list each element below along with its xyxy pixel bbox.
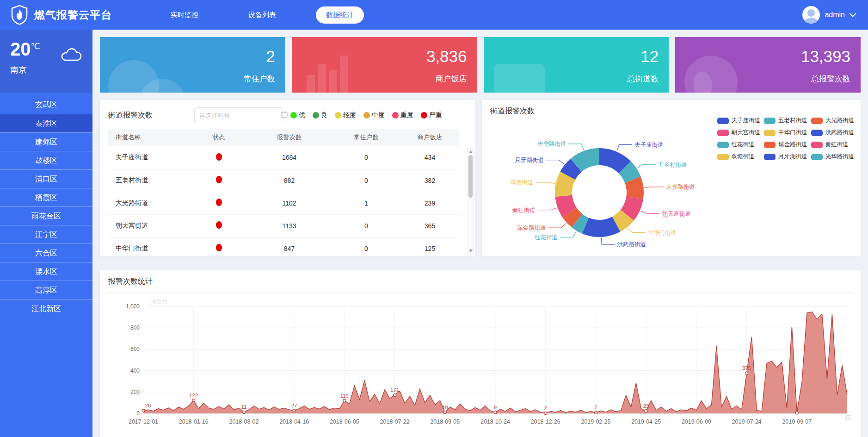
date-input[interactable] [199, 112, 281, 119]
status-legend-item-良: 良 [313, 111, 327, 119]
x-tick-label: 2018-12-26 [531, 418, 560, 425]
donut-legend-item-五老村街道[interactable]: 五老村街道 [764, 117, 807, 125]
status-dot-icon [363, 112, 370, 119]
sidebar-item-雨花台区[interactable]: 雨花台区 [0, 206, 92, 225]
status-dot-icon [392, 112, 399, 119]
legend-swatch-icon [811, 142, 823, 148]
user-menu[interactable]: admin [802, 6, 856, 24]
legend-swatch-icon [811, 154, 823, 160]
data-point-label: 5 [795, 405, 798, 411]
sidebar-item-浦口区[interactable]: 浦口区 [0, 169, 92, 188]
table-header-cell: 报警次数 [247, 129, 332, 146]
donut-legend-item-瑞金路街道[interactable]: 瑞金路街道 [764, 141, 807, 149]
x-tick-label: 2018-03-02 [229, 418, 259, 425]
card-value: 3,836 [426, 47, 467, 66]
table-row[interactable]: 大光路街道11021239 [108, 192, 459, 214]
weather-widget: 20℃ 南京 [0, 30, 92, 93]
donut-legend-item-秦虹街道[interactable]: 秦虹街道 [811, 141, 855, 149]
donut-label: 光华路街道 [537, 141, 566, 147]
residents-cell: 0 [332, 146, 401, 169]
sidebar-item-建邺区[interactable]: 建邺区 [0, 132, 92, 151]
donut-label: 朝天宫街道 [662, 211, 691, 217]
date-picker[interactable] [194, 107, 283, 123]
legend-swatch-icon [764, 142, 776, 148]
sidebar-item-玄武区[interactable]: 玄武区 [0, 95, 92, 114]
nav-item-实时监控[interactable]: 实时监控 [160, 6, 209, 24]
donut-legend-item-月牙湖街道[interactable]: 月牙湖街道 [764, 153, 807, 161]
donut-legend-item-夫子庙街道[interactable]: 夫子庙街道 [717, 117, 761, 125]
table-scrollbar[interactable] [468, 148, 474, 255]
nav-item-数据统计[interactable]: 数据统计 [316, 6, 364, 24]
calendar-icon[interactable] [281, 111, 288, 120]
sidebar-item-秦淮区[interactable]: 秦淮区 [0, 114, 92, 132]
scroll-down-icon[interactable] [469, 250, 473, 252]
y-axis-name: 报警数 [150, 299, 167, 305]
sidebar-item-高淳区[interactable]: 高淳区 [0, 281, 92, 299]
donut-label: 大光路街道 [666, 184, 695, 190]
sidebar-item-江宁区[interactable]: 江宁区 [0, 225, 92, 243]
status-dot-icon [421, 112, 427, 119]
donut-legend-item-中华门街道[interactable]: 中华门街道 [764, 129, 807, 137]
table-row[interactable]: 朝天宫街道11330365 [108, 214, 459, 237]
alarm-count-cell: 847 [247, 237, 332, 260]
table-row[interactable]: 五老村街道8820382 [108, 169, 459, 192]
datazoom-icon[interactable]: 日 [845, 414, 851, 421]
data-point-label: 27 [291, 403, 297, 408]
donut-label: 中华门街道 [647, 230, 677, 236]
street-name-cell: 朝天宫街道 [108, 214, 191, 237]
chevron-down-icon[interactable] [850, 11, 856, 19]
scroll-thumb[interactable] [468, 155, 473, 198]
status-dot-icon [335, 112, 341, 119]
sidebar-item-六合区[interactable]: 六合区 [0, 243, 92, 262]
sidebar-item-栖霞区[interactable]: 栖霞区 [0, 188, 92, 206]
sidebar-item-溧水区[interactable]: 溧水区 [0, 262, 92, 281]
legend-swatch-icon [717, 154, 729, 160]
donut-legend-item-洪武路街道[interactable]: 洪武路街道 [811, 129, 855, 137]
street-alarm-panel: 街道报警次数 优良轻度中度重度严重 街道名称状态报警次数常住户数商户饭店 夫子庙… [100, 100, 475, 256]
status-cell [191, 214, 247, 237]
table-row[interactable]: 夫子庙街道16840434 [108, 146, 459, 169]
street-name-cell: 大光路街道 [108, 192, 191, 214]
stat-card-merchants: 3,836商户饭店 [292, 37, 477, 93]
status-cell [191, 192, 247, 214]
stat-cards: 2常住户数3,836商户饭店12总街道数13,393总报警次数 [100, 37, 861, 93]
x-tick-label: 2017-12-01 [129, 418, 158, 425]
table-header-cell: 常住户数 [332, 129, 401, 146]
x-tick-label: 2018-04-16 [279, 418, 309, 425]
sidebar-item-鼓楼区[interactable]: 鼓楼区 [0, 151, 92, 169]
data-point-label: 375 [742, 365, 751, 371]
stat-card-alarms: 13,393总报警次数 [675, 37, 861, 93]
legend-swatch-icon [717, 130, 729, 136]
scroll-up-icon[interactable] [469, 150, 473, 153]
panel-title: 报警次数统计 [108, 277, 852, 293]
data-point-label: 23 [643, 403, 649, 409]
merchants-cell: 365 [401, 214, 459, 237]
donut-panel: 街道报警次数 夫子庙街道五老村街道大光路街道朝天宫街道中华门街道洪武路街道红花街… [482, 100, 861, 256]
donut-legend-item-大光路街道[interactable]: 大光路街道 [811, 117, 855, 125]
admin-label[interactable]: admin [825, 11, 845, 19]
legend-swatch-icon [764, 130, 776, 136]
donut-label: 秦虹街道 [512, 207, 536, 213]
x-tick-label: 2018-09-05 [430, 418, 460, 425]
main-content: 2常住户数3,836商户饭店12总街道数13,393总报警次数 街道报警次数 优… [92, 30, 868, 437]
donut-legend-item-红花街道[interactable]: 红花街道 [717, 141, 761, 149]
table-row[interactable]: 中华门街道8470125 [108, 237, 459, 260]
y-tick-label: 200 [130, 389, 140, 395]
x-tick-label: 2019-06-09 [682, 418, 711, 425]
donut-legend-item-双塘街道[interactable]: 双塘街道 [717, 153, 761, 161]
y-tick-label: 800 [130, 325, 140, 331]
app-title: 燃气报警云平台 [34, 8, 112, 22]
brand: 燃气报警云平台 [10, 5, 112, 25]
panel-title: 街道报警次数 [490, 107, 535, 115]
x-tick-label: 2018-07-22 [380, 418, 410, 425]
nav-item-设备列表[interactable]: 设备列表 [238, 6, 286, 24]
area-chart[interactable]: 报警数02004006008001,0002017-12-012018-01-1… [108, 296, 852, 437]
user-avatar[interactable] [802, 6, 820, 24]
status-legend: 优良轻度中度重度严重 [290, 111, 467, 119]
card-label: 常住户数 [244, 74, 275, 84]
logo-shield-flame-icon [10, 5, 29, 25]
donut-label: 红花街道 [535, 234, 558, 241]
donut-legend-item-朝天宫街道[interactable]: 朝天宫街道 [717, 129, 761, 137]
sidebar-item-江北新区[interactable]: 江北新区 [0, 299, 92, 318]
donut-legend-item-光华路街道[interactable]: 光华路街道 [811, 153, 855, 161]
